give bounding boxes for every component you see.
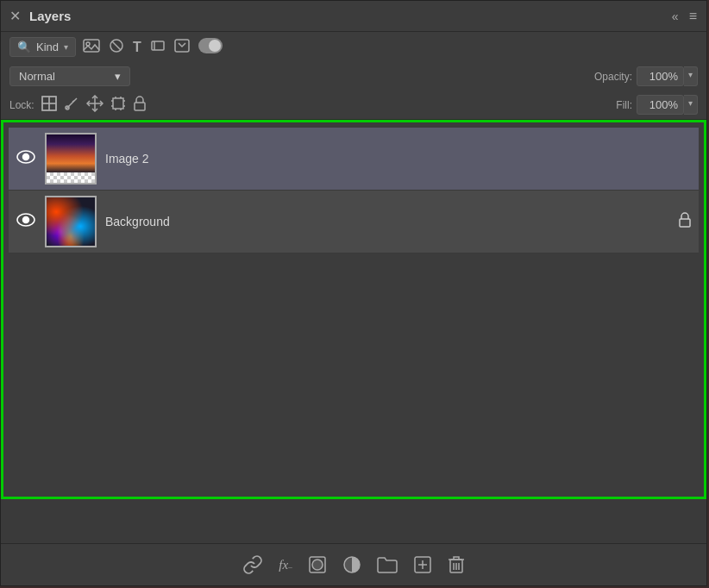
layer-name: Background [105,215,669,228]
filter-row: 🔍 Kind ▾ T [1,32,706,62]
adjustment-filter-icon[interactable] [174,38,190,57]
search-icon: 🔍 [17,41,31,53]
blend-mode-dropdown[interactable]: Normal ▾ [9,66,130,86]
image-filter-icon[interactable] [83,38,100,57]
layer-row[interactable]: Background [9,191,699,253]
filter-icons: T [83,38,223,57]
title-left: ✕ Layers [9,8,71,24]
circle-filter-icon[interactable] [109,38,124,57]
svg-rect-24 [135,103,145,110]
svg-rect-8 [49,97,56,103]
svg-rect-29 [680,219,690,227]
bottom-area: fx_ [1,499,706,585]
svg-point-28 [23,216,29,222]
layer-lock-icon [678,212,692,232]
fx-icon[interactable]: fx_ [279,558,292,572]
fill-dropdown-arrow[interactable]: ▾ [684,95,698,115]
svg-rect-10 [49,103,56,110]
opacity-label: Opacity: [594,71,632,83]
double-arrow-icon[interactable]: « [672,9,679,23]
blend-row: Normal ▾ Opacity: 100% ▾ [1,62,706,91]
visibility-icon[interactable] [16,150,36,168]
panel-title: Layers [29,9,71,23]
svg-rect-7 [42,97,49,103]
visibility-icon[interactable] [16,213,36,231]
lock-row: Lock: [1,91,706,120]
layer-name: Image 2 [105,152,692,166]
opacity-input[interactable]: 100% [637,66,684,86]
text-filter-icon[interactable]: T [133,40,141,55]
svg-rect-4 [152,41,164,50]
layer-thumbnail [45,196,97,247]
lock-all-icon[interactable] [133,96,147,114]
lock-pixels-icon[interactable] [64,96,79,114]
mask-icon[interactable] [308,555,327,574]
blend-mode-value: Normal [19,70,55,83]
new-layer-icon[interactable] [413,555,432,574]
lock-transparent-icon[interactable] [41,96,57,114]
layers-panel: ✕ Layers « ≡ 🔍 Kind ▾ [0,0,707,586]
opacity-dropdown-arrow[interactable]: ▾ [684,66,698,86]
svg-point-26 [23,153,29,160]
title-bar: ✕ Layers « ≡ [1,1,706,32]
layer-thumbnail [45,133,97,185]
opacity-group: Opacity: 100% ▾ [594,66,698,86]
panel-menu-icon[interactable]: ≡ [689,9,698,24]
svg-point-31 [312,560,323,570]
lock-icons [41,95,147,115]
link-icon[interactable] [242,554,263,575]
adjustment-icon[interactable] [342,555,361,574]
toggle-filter-icon[interactable] [198,38,223,57]
layers-list: Image 2 Background [1,120,706,499]
fill-group: Fill: 100% ▾ [616,95,698,115]
kind-label: Kind [36,41,59,53]
svg-rect-15 [113,98,123,109]
kind-dropdown-arrow: ▾ [64,42,68,52]
close-icon[interactable]: ✕ [9,8,21,24]
fill-input[interactable]: 100% [637,95,684,115]
layer-row[interactable]: Image 2 [9,128,699,191]
svg-rect-9 [42,103,49,110]
bottom-toolbar: fx_ [1,543,706,585]
fill-label: Fill: [616,99,632,111]
delete-icon[interactable] [448,555,465,574]
svg-line-3 [112,41,121,50]
lock-position-icon[interactable] [86,95,104,115]
blend-dropdown-arrow: ▾ [115,70,121,83]
lock-artboard-icon[interactable] [110,96,126,114]
kind-dropdown[interactable]: 🔍 Kind ▾ [9,37,76,57]
folder-icon[interactable] [377,556,398,573]
lock-label: Lock: [9,99,35,111]
shape-filter-icon[interactable] [150,38,166,57]
